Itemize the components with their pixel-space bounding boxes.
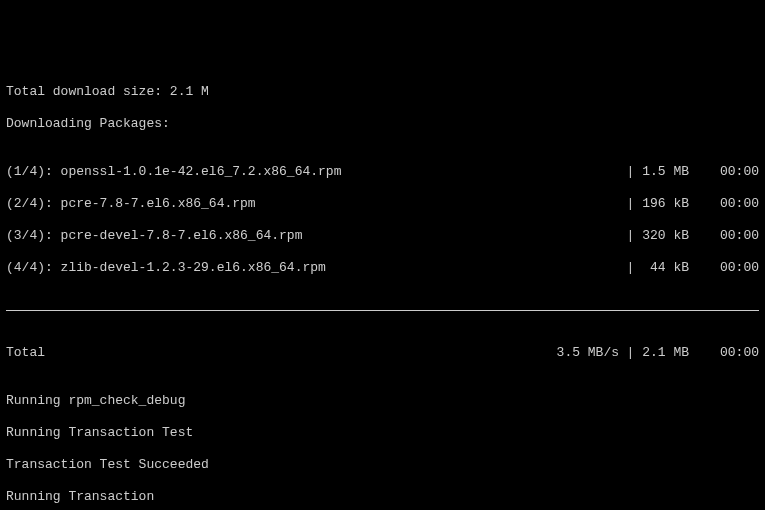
download-row: (1/4): openssl-1.0.1e-42.el6_7.2.x86_64.… <box>6 164 759 180</box>
download-size: | 1.5 MB <box>619 164 689 180</box>
download-package: (2/4): pcre-7.8-7.el6.x86_64.rpm <box>6 196 256 212</box>
status-line: Transaction Test Succeeded <box>6 457 759 473</box>
total-time: 00:00 <box>689 345 759 361</box>
total-row: Total 3.5 MB/s | 2.1 MB 00:00 <box>6 345 759 361</box>
download-time: 00:00 <box>689 196 759 212</box>
download-package: (3/4): pcre-devel-7.8-7.el6.x86_64.rpm <box>6 228 302 244</box>
download-size: | 44 kB <box>619 260 689 276</box>
status-line: Running Transaction Test <box>6 425 759 441</box>
download-package: (1/4): openssl-1.0.1e-42.el6_7.2.x86_64.… <box>6 164 341 180</box>
divider <box>6 310 759 311</box>
status-line: Running rpm_check_debug <box>6 393 759 409</box>
total-rate: 3.5 MB/s <box>539 345 619 361</box>
download-package: (4/4): zlib-devel-1.2.3-29.el6.x86_64.rp… <box>6 260 326 276</box>
total-size: | 2.1 MB <box>619 345 689 361</box>
download-row: (2/4): pcre-7.8-7.el6.x86_64.rpm | 196 k… <box>6 196 759 212</box>
download-row: (4/4): zlib-devel-1.2.3-29.el6.x86_64.rp… <box>6 260 759 276</box>
status-line: Running Transaction <box>6 489 759 505</box>
downloading-label: Downloading Packages: <box>6 116 759 132</box>
download-time: 00:00 <box>689 164 759 180</box>
total-download-line: Total download size: 2.1 M <box>6 84 759 100</box>
download-time: 00:00 <box>689 228 759 244</box>
download-size: | 196 kB <box>619 196 689 212</box>
download-row: (3/4): pcre-devel-7.8-7.el6.x86_64.rpm |… <box>6 228 759 244</box>
download-size: | 320 kB <box>619 228 689 244</box>
terminal-output: Total download size: 2.1 M Downloading P… <box>6 68 759 510</box>
download-time: 00:00 <box>689 260 759 276</box>
total-label: Total <box>6 345 45 361</box>
